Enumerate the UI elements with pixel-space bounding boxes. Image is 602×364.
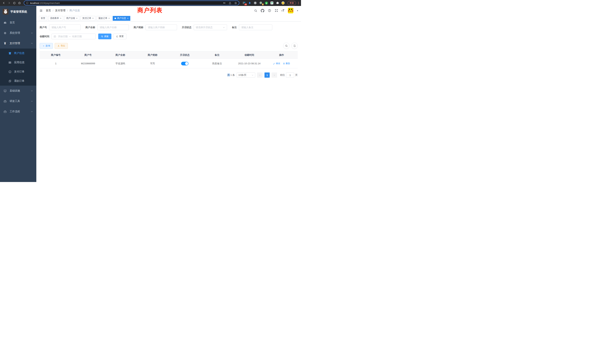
sidebar-item-label: 支付订单: [14, 70, 24, 73]
reload-icon[interactable]: [12, 0, 17, 5]
search-form-row-2: 创建时间 开始日期 - 结束日期 搜索 重置: [40, 33, 298, 39]
chevron-up-icon: [31, 42, 33, 44]
sidebar-item-workflow[interactable]: 工作流程: [0, 106, 36, 117]
extension-badge: 10: [245, 3, 247, 5]
info-icon[interactable]: [26, 2, 29, 4]
tab-bar: 首页 流程表单× 用户分组× 支付订单× 退款订单× 商户信息×: [36, 15, 301, 21]
page-size-select[interactable]: 10条/页: [237, 73, 255, 78]
sidebar-item-pay-order[interactable]: ¥ 支付订单: [0, 67, 36, 76]
close-icon[interactable]: ×: [108, 17, 110, 20]
pencil-icon: [273, 63, 275, 65]
date-end-placeholder[interactable]: 结束日期: [72, 35, 82, 38]
page-number-1[interactable]: 1: [265, 73, 270, 78]
breadcrumb-item-home[interactable]: 首页: [46, 9, 51, 12]
status-toggle[interactable]: [181, 62, 189, 65]
close-icon[interactable]: ×: [76, 17, 77, 20]
sidebar-item-system[interactable]: 系统管理: [0, 28, 36, 38]
search-icon[interactable]: [254, 9, 257, 12]
tab-process-form[interactable]: 流程表单×: [48, 16, 63, 21]
search-icon: [101, 35, 103, 38]
monitor-icon: [3, 89, 7, 93]
profile-emoji-avatar[interactable]: [281, 1, 285, 5]
prev-page-button[interactable]: ‹: [257, 73, 263, 78]
status-select[interactable]: 请选择开启状态: [194, 24, 227, 30]
sidebar-item-label: 研发工具: [10, 99, 20, 103]
extension-blocks-icon[interactable]: 10: [242, 1, 246, 5]
gear-icon: [3, 32, 7, 35]
breadcrumb-item-pay[interactable]: 支付管理: [55, 9, 65, 12]
sidebar-item-dev-tools[interactable]: 研发工具: [0, 96, 36, 106]
sidebar-item-pay[interactable]: ¥ 支付管理: [0, 38, 36, 49]
extension-dot-icon[interactable]: 1: [259, 1, 263, 5]
share-icon[interactable]: [229, 2, 231, 4]
toggle-knob: [185, 62, 188, 65]
yen-icon: ¥: [3, 42, 7, 45]
github-icon[interactable]: [261, 9, 264, 12]
extension-sail-icon[interactable]: [248, 1, 251, 5]
tab-user-group[interactable]: 用户分组×: [64, 16, 79, 21]
documents-icon: [8, 79, 11, 83]
chevron-down-icon: [31, 110, 33, 113]
cell-create-time: 2021-10-23 08:31:14: [233, 62, 265, 65]
back-icon[interactable]: [1, 0, 6, 5]
bookmark-star-icon[interactable]: [234, 2, 237, 4]
update-button[interactable]: 更新: [288, 1, 296, 5]
close-icon[interactable]: ×: [92, 17, 94, 20]
extension-command-icon[interactable]: ⌘: [253, 1, 257, 5]
extension-chat-icon[interactable]: [270, 1, 274, 5]
next-page-button[interactable]: ›: [271, 73, 277, 78]
sidebar-item-label: 退款订单: [14, 79, 24, 83]
hide-search-button[interactable]: [283, 43, 290, 49]
cell-actions: 修改 删除: [265, 62, 298, 65]
forward-icon[interactable]: [7, 0, 11, 5]
fullscreen-icon[interactable]: [275, 9, 278, 12]
remark-input[interactable]: [239, 24, 272, 30]
caret-down-icon[interactable]: ▾: [297, 10, 298, 12]
breadcrumb-separator: /: [67, 9, 68, 12]
sidebar-item-label: 首页: [10, 21, 15, 24]
sidebar-item-home[interactable]: 首页: [0, 17, 36, 28]
remark-label: 备注: [232, 26, 237, 29]
home-icon[interactable]: [17, 0, 22, 5]
tab-home[interactable]: 首页: [39, 16, 47, 21]
sidebar-item-merchant-info[interactable]: 商户信息: [0, 49, 36, 58]
url-bar[interactable]: localhost:1024/pay/merchant: [24, 0, 239, 5]
extensions-puzzle-icon[interactable]: [276, 1, 279, 5]
short-name-input[interactable]: [146, 24, 177, 30]
refresh-table-button[interactable]: [291, 43, 298, 49]
full-name-input[interactable]: [97, 24, 129, 30]
add-button[interactable]: ＋ 新增: [40, 43, 53, 49]
sidebar-item-refund-order[interactable]: 退款订单: [0, 76, 36, 86]
date-start-placeholder[interactable]: 开始日期: [58, 35, 68, 38]
close-icon[interactable]: ×: [60, 17, 61, 20]
app-logo-row[interactable]: 芋道管理系统: [0, 6, 36, 17]
chevron-down-icon: [223, 26, 225, 29]
goto-label: 前往: [280, 73, 285, 77]
reset-button[interactable]: 重置: [113, 33, 126, 39]
help-icon[interactable]: [268, 9, 271, 12]
breadcrumb: 首页 / 支付管理 / 商户信息: [46, 9, 80, 12]
export-button[interactable]: 导出: [55, 43, 68, 49]
tab-merchant-info[interactable]: 商户信息×: [113, 16, 130, 21]
url-host: localhost: [30, 2, 39, 4]
delete-link[interactable]: 删除: [283, 62, 290, 65]
pay-submenu: 商户信息 应用信息 ¥ 支付订单 退款订单: [0, 49, 36, 86]
hamburger-icon[interactable]: [39, 9, 43, 12]
tab-refund-order[interactable]: 退款订单×: [97, 16, 112, 21]
tab-pay-order[interactable]: 支付订单×: [80, 16, 96, 21]
sidebar-item-label: 应用信息: [14, 61, 24, 64]
close-icon[interactable]: ×: [127, 17, 129, 20]
edit-link[interactable]: 修改: [273, 62, 280, 65]
date-range-picker[interactable]: 开始日期 - 结束日期: [52, 33, 96, 39]
sidebar-item-infra[interactable]: 基础设施: [0, 86, 36, 96]
font-size-icon[interactable]: TT: [281, 9, 284, 12]
search-button[interactable]: 搜索: [98, 33, 111, 39]
goto-input[interactable]: [286, 73, 294, 78]
menu-kebab-icon[interactable]: [298, 2, 299, 4]
sidebar-item-app-info[interactable]: 应用信息: [0, 58, 36, 67]
user-avatar[interactable]: [288, 8, 293, 13]
url-text: localhost:1024/pay/merchant: [30, 1, 60, 5]
extension-yuque-icon[interactable]: y: [265, 1, 268, 5]
merchant-no-input[interactable]: [49, 24, 81, 30]
key-icon[interactable]: [223, 1, 226, 4]
